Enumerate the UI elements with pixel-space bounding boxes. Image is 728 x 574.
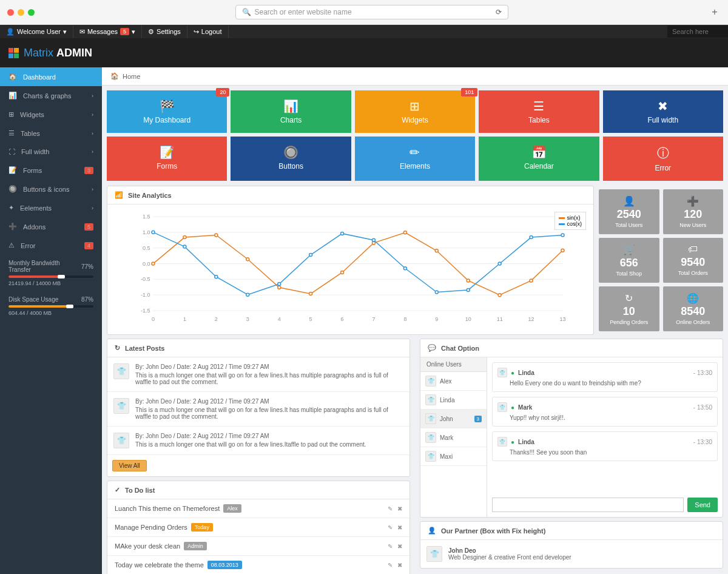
svg-point-48	[341, 232, 344, 235]
sidebar-item-label: Tables	[21, 130, 40, 137]
edit-icon[interactable]: ✎	[388, 524, 393, 531]
avatar-icon: 👕	[425, 376, 436, 387]
sidebar-item-charts-graphs[interactable]: 📊Charts & graphs›	[0, 86, 102, 105]
delete-icon[interactable]: ✖	[397, 505, 402, 512]
user-icon: 👤	[6, 28, 15, 36]
chat-send-button[interactable]: Send	[687, 498, 718, 512]
chevron-right-icon: ›	[92, 93, 93, 99]
svg-point-53	[498, 262, 501, 265]
tile-full-width[interactable]: ✖Full width	[603, 90, 723, 133]
sidebar-icon: 🔘	[8, 185, 17, 193]
svg-point-51	[435, 291, 438, 294]
url-bar[interactable]: 🔍 Search or enter website name ⟳	[235, 5, 508, 19]
chat-user-item[interactable]: 👕Maxi	[420, 447, 487, 466]
online-users-header: Online Users	[420, 357, 487, 372]
view-all-button[interactable]: View All	[112, 460, 147, 471]
messages-dropdown[interactable]: ✉ Messages 5 ▾	[73, 25, 142, 38]
tile-buttons[interactable]: 🔘Buttons	[231, 137, 351, 181]
svg-point-30	[215, 234, 218, 237]
stat-label: New Users	[667, 222, 720, 228]
avatar-icon: 👕	[425, 394, 436, 405]
reload-icon[interactable]: ⟳	[496, 8, 502, 16]
welcome-dropdown[interactable]: 👤 Welcome User ▾	[0, 25, 73, 38]
search-icon: 🔍	[242, 8, 251, 16]
chevron-right-icon: ›	[92, 186, 93, 192]
sidebar-item-dashboard[interactable]: 🏠Dashboard	[0, 67, 102, 86]
chat-user-item[interactable]: 👕Mark	[420, 428, 487, 447]
tile-icon: 🏁	[112, 99, 222, 113]
svg-text:8: 8	[403, 316, 406, 322]
latest-posts-panel: ↻ Latest Posts 👕By: John Deo / Date: 2 A…	[107, 339, 410, 477]
stat-icon: 🏷	[667, 244, 720, 255]
sidebar-item-addons[interactable]: ➕Addons5	[0, 217, 102, 236]
close-window-icon[interactable]	[7, 9, 14, 16]
delete-icon[interactable]: ✖	[397, 524, 402, 531]
bandwidth-text: 21419.94 / 14000 MB	[8, 280, 93, 286]
settings-link[interactable]: ⚙ Settings	[142, 25, 187, 38]
sidebar-item-label: Error	[21, 242, 35, 249]
svg-text:6: 6	[341, 316, 344, 322]
minimize-window-icon[interactable]	[18, 9, 24, 16]
maximize-window-icon[interactable]	[28, 9, 35, 16]
breadcrumb-home[interactable]: Home	[123, 73, 140, 80]
svg-point-41	[561, 249, 564, 252]
svg-point-42	[152, 231, 155, 234]
svg-point-40	[530, 279, 533, 282]
chat-user-name: Linda	[440, 397, 454, 403]
envelope-icon: ✉	[79, 28, 85, 36]
brand-logo[interactable]: Matrix ADMIN	[8, 47, 92, 59]
chat-user-item[interactable]: 👕Linda	[420, 391, 487, 410]
gear-icon: ⚙	[148, 28, 154, 36]
sidebar-item-full-width[interactable]: ⛶Full width›	[0, 143, 102, 161]
sidebar-item-buttons-icons[interactable]: 🔘Buttons & icons›	[0, 180, 102, 198]
logo-icon	[8, 48, 19, 58]
sidebar-item-tables[interactable]: ☰Tables›	[0, 124, 102, 143]
sidebar-item-forms[interactable]: 📝Forms3	[0, 161, 102, 180]
tile-icon: 📝	[112, 145, 222, 160]
tile-calendar[interactable]: 📅Calendar	[479, 137, 599, 181]
avatar-icon: 👕	[113, 433, 129, 448]
tile-badge: 20	[216, 88, 229, 96]
post-text: This is a much longer one that will go o…	[135, 441, 403, 448]
stat-total-users[interactable]: 👤2540Total Users	[599, 189, 659, 234]
user-icon: 👤	[428, 527, 436, 535]
tile-charts[interactable]: 📊Charts	[231, 90, 351, 133]
todo-title: To Do list	[125, 487, 155, 494]
chevron-right-icon: ›	[92, 149, 93, 155]
chat-user-item[interactable]: 👕John3	[420, 410, 487, 428]
todo-tag: 08.03.2013	[207, 561, 242, 569]
topnav-search-input[interactable]	[667, 25, 728, 38]
sidebar-item-widgets[interactable]: ⊞Widgets›	[0, 105, 102, 124]
tile-widgets[interactable]: 101⊞Widgets	[355, 90, 475, 133]
new-tab-button[interactable]: +	[709, 6, 721, 18]
sidebar-icon: 📝	[8, 166, 17, 174]
sidebar-item-eelements[interactable]: ✦Eelements›	[0, 198, 102, 217]
stat-value: 9540	[667, 256, 720, 269]
edit-icon[interactable]: ✎	[388, 505, 393, 512]
stat-new-users[interactable]: ➕120New Users	[663, 189, 724, 234]
chat-input[interactable]	[492, 498, 684, 512]
stat-total-shop[interactable]: 🛒656Total Shop	[599, 238, 659, 283]
tile-forms[interactable]: 📝Forms	[107, 137, 227, 181]
chat-user-name: Mark	[440, 434, 453, 441]
home-icon: 🏠	[110, 72, 119, 80]
edit-icon[interactable]: ✎	[388, 562, 393, 569]
stat-online-orders[interactable]: 🌐8540Online Orders	[663, 286, 724, 331]
delete-icon[interactable]: ✖	[397, 562, 402, 569]
logout-icon: ↪	[194, 28, 199, 36]
tile-tables[interactable]: ☰Tables	[479, 90, 599, 133]
chat-user-item[interactable]: 👕Alex	[420, 372, 487, 391]
edit-icon[interactable]: ✎	[388, 543, 393, 550]
logout-link[interactable]: ↪ Logout	[187, 25, 229, 38]
stat-pending-orders[interactable]: ↻10Pending Orders	[599, 286, 659, 331]
tile-elements[interactable]: ✏Elements	[355, 137, 475, 181]
svg-point-43	[183, 245, 186, 248]
svg-text:0: 0	[152, 316, 155, 322]
stat-total-orders[interactable]: 🏷9540Total Orders	[663, 238, 724, 283]
tile-error[interactable]: ⓘError	[603, 137, 723, 181]
stat-label: Online Orders	[667, 319, 720, 325]
sidebar-item-error[interactable]: ⚠Error4	[0, 236, 102, 255]
delete-icon[interactable]: ✖	[397, 543, 402, 550]
tile-my-dashboard[interactable]: 20🏁My Dashboard	[107, 90, 227, 133]
chat-user-badge: 3	[474, 416, 482, 422]
